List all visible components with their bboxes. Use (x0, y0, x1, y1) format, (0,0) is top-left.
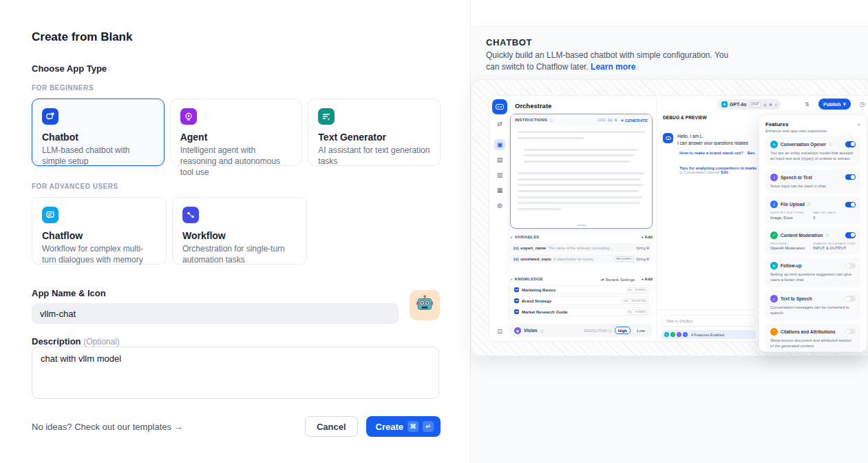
description-label: Description (Optional) (32, 336, 120, 347)
required-badge: REQUIRED (614, 256, 634, 262)
suggested-questions-row: How to make a brand stand out? Bes (679, 151, 755, 155)
info-icon: ⓘ (540, 329, 543, 333)
speech-to-text-icon: ♪ (770, 174, 778, 181)
feature-card-citations: ” Citations and Attributions Show source… (765, 324, 860, 352)
card-desc: Intelligent agent with reasoning and aut… (180, 145, 293, 178)
feature-card-text-to-speech: ♬ Text to Speech Conversation messages c… (765, 291, 860, 320)
debug-preview-label: DEBUG & PREVIEW (663, 115, 707, 120)
page-title: Create from Blank (32, 30, 132, 44)
history-icon: ◷ (860, 101, 865, 107)
advanced-cards-row: Chatflow Workflow for complex multi-turn… (32, 197, 307, 265)
arrow-right-icon: → (174, 422, 183, 432)
close-icon: ✕ (857, 122, 860, 127)
robot-emoji-icon (415, 294, 434, 316)
instructions-skeleton (511, 125, 652, 210)
create-from-blank-modal: Create from Blank Choose App Type FOR BE… (0, 0, 470, 463)
upload-feature-icon: ↥ (683, 332, 688, 337)
add-knowledge-button: + Add (641, 277, 653, 281)
feature-card-follow-up: ↻ Follow-up Setting up next questions su… (765, 258, 860, 287)
toggle-on (845, 232, 856, 238)
create-button[interactable]: Create ⌘ ↵ (366, 416, 441, 437)
mini-sidebar: ⇄ ▣ ▤ ▥ ▦ ◍ ⊡ (489, 96, 509, 341)
app-type-preview-panel: CHATBOT Quickly build an LLM-based chatb… (470, 0, 868, 463)
orchestrate-title: Orchestrate (515, 102, 551, 110)
bot-greeting-line2: I can answer your questions related (677, 141, 754, 145)
templates-link[interactable]: No ideas? Check out our templates → (32, 422, 183, 432)
copy-icon: ⧉ (614, 118, 617, 123)
card-desc: LLM-based chatbot with simple setup (42, 145, 154, 167)
app-type-card-workflow[interactable]: Workflow Orchestration for single-turn a… (172, 197, 307, 265)
vision-eye-icon: ◉ (514, 327, 521, 334)
orchestrate-nav-icon: ▣ (494, 139, 505, 150)
citations-icon: ” (770, 328, 778, 336)
card-desc: Workflow for complex multi-turn dialogue… (42, 243, 156, 265)
text-to-speech-icon: ♬ (770, 295, 778, 302)
chat-input: Talk to DifyBot (661, 315, 756, 327)
document-nav-icon: ▥ (494, 169, 505, 181)
agent-icon (180, 108, 197, 125)
knowledge-doc-icon (514, 298, 519, 303)
knowledge-section: ∨ KNOWLEDGE ⇄ Rerank Settings + Add Mark… (510, 275, 653, 316)
info-icon: ⓘ (549, 118, 553, 122)
app-type-card-chatbot[interactable]: Chatbot LLM-based chatbot with simple se… (32, 99, 165, 166)
card-desc: Orchestration for single-turn automation… (182, 243, 297, 265)
app-type-card-text-generator[interactable]: Text Generator AI assistant for text gen… (308, 99, 441, 166)
learn-more-link[interactable]: Learn more (591, 62, 635, 72)
follow-up-icon: ↻ (770, 262, 778, 269)
exchange-icon: ⇄ (494, 119, 505, 130)
preview-description: Quickly build an LLM-based chatbot with … (486, 50, 739, 74)
card-title: Workflow (182, 230, 297, 241)
chevron-down-icon: ∨ (774, 102, 777, 107)
bot-avatar (663, 133, 673, 143)
toggle-on (845, 141, 856, 147)
modal-footer: No ideas? Check out our templates → Canc… (32, 416, 441, 437)
feature-card-file-upload: ↥ File Upload ⓘ SUPPORT FILE TYPES Image… (765, 196, 860, 224)
app-icon-picker[interactable] (410, 290, 440, 320)
cmd-key-icon: ⌘ (407, 421, 419, 432)
knowledge-doc-icon (514, 309, 519, 314)
generate-button: ✦ GENERATE (620, 118, 648, 123)
model-selector: GPT-4o CHAT ◍ ✱ ∨ (718, 99, 781, 110)
column-divider (656, 96, 657, 341)
settings-icon: ✱ (769, 102, 772, 107)
app-name-input[interactable] (32, 303, 399, 324)
for-beginners-label: FOR BEGINNERS (32, 84, 94, 92)
card-title: Agent (180, 132, 293, 143)
chatflow-icon (42, 207, 59, 223)
feature-card-content-moderation: ✓ Content Moderation ⓘ PROVIDER OpenAI M… (765, 227, 860, 255)
toggle-off (845, 329, 856, 335)
for-advanced-users-label: FOR ADVANCED USERS (32, 183, 118, 190)
conversation-opener-row: ◎ Conversation Opener Edit (679, 170, 728, 174)
variables-section: ∨ VARIABLES + Add {x} expert_name The na… (510, 233, 653, 263)
workflow-icon (182, 207, 199, 223)
notes-nav-icon: ▦ (494, 185, 505, 196)
card-title: Text Generator (318, 132, 430, 143)
divider (657, 309, 756, 310)
preview-heading: CHATBOT (486, 37, 532, 48)
speech-feature-icon: ♪ (677, 332, 681, 337)
features-enabled-bar: ✎ ✓ ♪ ↥ 4 Features Enabled (661, 330, 756, 339)
app-type-card-chatflow[interactable]: Chatflow Workflow for complex multi-turn… (32, 197, 167, 265)
moderation-feature-icon: ✓ (670, 332, 675, 337)
vision-setting-row: ◉ Vision ⓘ RESOLUTION ⓘ High Low (510, 324, 653, 337)
optional-label: (Optional) (83, 337, 120, 347)
choose-app-type-label: Choose App Type (32, 63, 107, 74)
variable-icon: {x} (608, 118, 612, 122)
info-icon: ⓘ (829, 143, 832, 146)
app-type-card-agent[interactable]: Agent Intelligent agent with reasoning a… (170, 99, 303, 166)
toggle-on (845, 202, 856, 208)
chatbot-icon (42, 108, 59, 125)
cancel-button[interactable]: Cancel (305, 416, 358, 437)
variable-row: {x} expert_name The name of the strategi… (510, 243, 653, 252)
token-count: 2182 (597, 118, 606, 122)
create-app-screen: Create from Blank Choose App Type FOR BE… (0, 0, 868, 463)
toggle-off (845, 296, 856, 302)
description-textarea[interactable]: chat with vllm model (32, 347, 439, 399)
beginner-cards-row: Chatbot LLM-based chatbot with simple se… (32, 99, 441, 166)
model-provider-icon (721, 101, 728, 107)
collapse-icon: ⊡ (494, 326, 505, 337)
enter-key-icon: ↵ (423, 421, 434, 432)
rerank-settings-button: ⇄ Rerank Settings (601, 277, 635, 282)
temperature-icon: ◍ (763, 102, 767, 107)
features-panel: Features ✕ Enhance web app user experien… (759, 114, 867, 352)
